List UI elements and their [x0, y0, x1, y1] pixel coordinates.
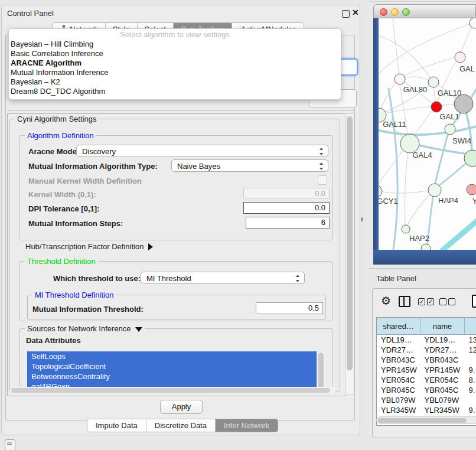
network-node-gal1[interactable] [431, 102, 442, 112]
table-row[interactable]: YBR045CYBR045C9. [377, 385, 476, 395]
split-columns-icon[interactable] [399, 296, 410, 307]
tab-infer-network[interactable]: Infer Network [216, 419, 278, 432]
table-cell[interactable]: 9. [465, 365, 476, 375]
network-node[interactable] [454, 94, 473, 113]
network-window-titlebar[interactable] [373, 4, 476, 18]
kernel-width-field[interactable]: 0.0 [243, 188, 330, 198]
deselect-all-icon[interactable] [439, 298, 446, 305]
column-header-shared[interactable]: shared… [377, 318, 420, 335]
table-cell[interactable]: YBL079W [420, 395, 465, 405]
table-cell[interactable]: YDR27… [420, 345, 465, 355]
network-node-hap4[interactable] [428, 184, 441, 197]
table-cell[interactable]: 13 [465, 335, 476, 345]
close-icon[interactable]: ✕ [352, 8, 359, 17]
table-cell[interactable]: YER054C [420, 375, 465, 385]
scrollbar-thumb[interactable] [347, 116, 353, 370]
table-header-row[interactable]: shared…nameA [377, 318, 476, 335]
minimize-button[interactable] [391, 8, 399, 16]
network-node-gal10[interactable] [428, 77, 439, 87]
mi-threshold-field[interactable]: 0.5 [256, 302, 323, 314]
node-attribute-table[interactable]: shared…nameA YDL19…YDL19…13YDR27…YDR27…1… [376, 317, 476, 426]
table-cell[interactable]: YBL079W [377, 395, 420, 405]
data-attributes-list[interactable]: SelfLoopsTopologicalCoefficientBetweenne… [27, 351, 325, 392]
settings-horizontal-scrollbar[interactable] [10, 387, 336, 393]
table-cell[interactable]: YBR043C [377, 355, 420, 365]
select-all-icon[interactable] [427, 298, 434, 305]
network-edge[interactable] [405, 143, 409, 229]
network-edge[interactable] [379, 190, 434, 193]
scrollbar-thumb[interactable] [318, 353, 324, 389]
mi-steps-field[interactable]: 6 [246, 217, 330, 229]
network-node-gal80[interactable] [395, 74, 405, 84]
table-cell[interactable] [465, 395, 476, 405]
list-vertical-scrollbar[interactable] [317, 351, 325, 392]
settings-vertical-scrollbar[interactable] [345, 113, 354, 395]
network-node-gcy1[interactable] [379, 185, 382, 197]
algorithm-option-basic-correlation-inference[interactable]: Basic Correlation Inference [9, 49, 341, 58]
network-edge[interactable] [379, 106, 436, 115]
table-cell[interactable]: YER054C [377, 375, 420, 385]
table-cell[interactable]: YDL19… [377, 335, 420, 345]
aracne-mode-combobox[interactable]: Discovery [76, 145, 328, 157]
sources-title[interactable]: Sources for Network Inference [25, 324, 145, 333]
close-button[interactable] [380, 8, 387, 16]
network-node-y[interactable] [467, 184, 476, 195]
table-cell[interactable]: YDR27… [377, 345, 420, 355]
table-row[interactable]: YBR043CYBR043C [377, 355, 476, 365]
float-window-icon[interactable] [342, 10, 350, 18]
table-cell[interactable]: YPR145W [377, 365, 420, 375]
algorithm-option-dream8-dc-tdc-algorithm[interactable]: Dream8 DC_TDC Algorithm [9, 87, 341, 96]
scrollbar-thumb[interactable] [11, 388, 330, 393]
algorithm-option-aracne-algorithm[interactable]: ARACNE Algorithm [9, 58, 341, 68]
network-view-canvas[interactable]: GALGAL80GAL10GAL1GAL11SWI4GAL4GCY1HAP4YH… [379, 18, 476, 250]
table-cell[interactable]: YPR145W [420, 365, 465, 375]
attribute-item-selfloops[interactable]: SelfLoops [27, 351, 325, 361]
collapsed-panel-icon[interactable] [5, 439, 15, 450]
table-cell[interactable]: 9. [465, 385, 476, 395]
table-row[interactable]: YDR27…YDR27…12 [377, 345, 476, 355]
settings-gear-icon[interactable]: ⚙ [381, 294, 391, 307]
table-row[interactable]: YLR345WYLR345W9. [377, 405, 476, 415]
network-node[interactable] [421, 244, 431, 250]
table-horizontal-scrollbar[interactable] [376, 416, 476, 424]
network-edge[interactable] [399, 57, 459, 79]
network-node-hap2[interactable] [402, 225, 410, 233]
algorithm-option-mutual-information-inference[interactable]: Mutual Information Inference [9, 68, 341, 77]
table-cell[interactable]: YLR345W [377, 405, 420, 415]
network-node-swi4[interactable] [445, 124, 455, 135]
apply-button[interactable]: Apply [160, 400, 203, 414]
attribute-item-betweennesscentrality[interactable]: BetweennessCentrality [27, 371, 325, 381]
document-icon[interactable] [472, 295, 476, 308]
select-all-icon[interactable] [418, 298, 425, 305]
zoom-button[interactable] [402, 8, 410, 16]
network-edge[interactable] [389, 89, 397, 250]
split-pane-divider-handle[interactable] [361, 217, 363, 221]
network-edge[interactable] [434, 129, 449, 190]
table-cell[interactable]: YBR045C [377, 385, 420, 395]
network-edge[interactable] [393, 18, 399, 79]
table-row[interactable]: YDL19…YDL19…13 [377, 335, 476, 345]
network-node-gal[interactable] [455, 52, 465, 63]
table-cell[interactable]: 8. [465, 375, 476, 385]
hub-definition-expander[interactable]: Hub/Transcription Factor Definition [25, 242, 153, 251]
network-edge[interactable] [443, 220, 476, 250]
algorithm-option-bayesian-k2[interactable]: Bayesian – K2 [9, 77, 341, 87]
manual-kernel-checkbox[interactable] [318, 175, 327, 185]
scrollbar-thumb[interactable] [378, 418, 467, 423]
table-cell[interactable] [465, 355, 476, 365]
mi-type-combobox[interactable]: Naive Bayes [171, 159, 328, 172]
table-row[interactable]: YPR145WYPR145W9. [377, 365, 476, 375]
column-header-a[interactable]: A [465, 318, 476, 335]
algorithm-option-bayesian-hill-climbing[interactable]: Bayesian – Hill Climbing [9, 40, 341, 49]
table-row[interactable]: YER054CYER054C8. [377, 375, 476, 385]
table-cell[interactable]: YDL19… [420, 335, 465, 345]
table-cell[interactable]: YLR345W [420, 405, 465, 415]
table-row[interactable]: YBL079WYBL079W [377, 395, 476, 405]
attribute-item-topologicalcoefficient[interactable]: TopologicalCoefficient [27, 361, 325, 371]
tab-discretize-data[interactable]: Discretize Data [146, 419, 216, 432]
table-cell[interactable]: YBR045C [420, 385, 465, 395]
tab-impute-data[interactable]: Impute Data [87, 419, 146, 432]
table-cell[interactable]: 12 [465, 345, 476, 355]
table-cell[interactable]: 9. [465, 405, 476, 415]
table-cell[interactable]: YBR043C [420, 355, 465, 365]
